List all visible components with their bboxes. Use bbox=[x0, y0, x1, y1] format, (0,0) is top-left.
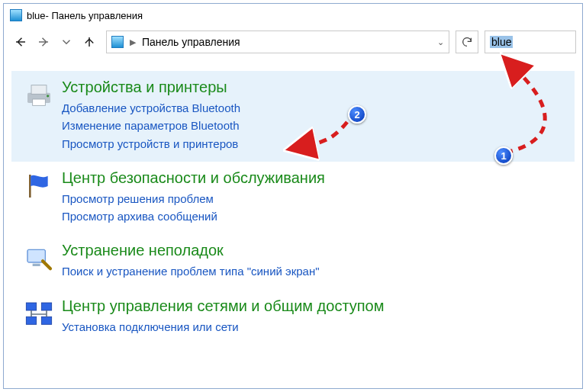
result-link[interactable]: Установка подключения или сети bbox=[62, 318, 570, 336]
chevron-right-icon: ▶ bbox=[130, 37, 136, 47]
svg-rect-7 bbox=[26, 303, 36, 310]
result-item[interactable]: Устройства и принтеры Добавление устройс… bbox=[11, 71, 575, 162]
security-flag-icon bbox=[16, 169, 62, 226]
search-input[interactable]: blue bbox=[485, 31, 576, 53]
forward-button[interactable] bbox=[33, 31, 54, 53]
recent-dropdown[interactable] bbox=[56, 31, 77, 53]
result-heading[interactable]: Центр управления сетями и общим доступом bbox=[62, 297, 570, 315]
window: blue - Панель управления ▶ Панель управл… bbox=[3, 3, 583, 389]
arrow-up-icon bbox=[82, 35, 96, 49]
result-heading[interactable]: Центр безопасности и обслуживания bbox=[62, 169, 570, 187]
result-link[interactable]: Добавление устройства Bluetooth bbox=[62, 99, 570, 117]
svg-rect-9 bbox=[26, 316, 36, 324]
titlebar: blue - Панель управления bbox=[4, 4, 582, 27]
annotation-badge-2: 2 bbox=[348, 105, 366, 124]
result-item[interactable]: Центр управления сетями и общим доступом… bbox=[11, 290, 575, 345]
up-button[interactable] bbox=[79, 31, 100, 53]
results-list: Устройства и принтеры Добавление устройс… bbox=[4, 57, 582, 352]
troubleshoot-icon bbox=[16, 242, 62, 280]
svg-point-3 bbox=[47, 95, 49, 97]
result-link[interactable]: Изменение параметров Bluetooth bbox=[62, 117, 570, 134]
refresh-icon bbox=[461, 36, 473, 48]
result-link[interactable]: Просмотр устройств и принтеров bbox=[62, 135, 570, 153]
svg-rect-10 bbox=[41, 316, 51, 324]
address-bar[interactable]: ▶ Панель управления ⌄ bbox=[106, 31, 449, 53]
back-button[interactable] bbox=[10, 31, 31, 53]
title-prefix: blue bbox=[27, 10, 46, 21]
address-dropdown-icon[interactable]: ⌄ bbox=[437, 37, 444, 47]
title-suffix: - Панель управления bbox=[46, 10, 143, 21]
svg-rect-6 bbox=[33, 264, 40, 266]
control-panel-icon bbox=[10, 9, 22, 21]
result-link[interactable]: Просмотр архива сообщений bbox=[62, 207, 570, 225]
result-heading[interactable]: Устройства и принтеры bbox=[62, 79, 570, 96]
svg-rect-8 bbox=[41, 303, 51, 310]
devices-printers-icon bbox=[16, 79, 62, 153]
svg-rect-1 bbox=[31, 85, 47, 95]
result-link[interactable]: Просмотр решения проблем bbox=[62, 190, 570, 207]
result-heading[interactable]: Устранение неполадок bbox=[62, 242, 570, 259]
result-item[interactable]: Устранение неполадок Поиск и устранение … bbox=[11, 234, 575, 289]
location-icon bbox=[111, 36, 124, 48]
refresh-button[interactable] bbox=[456, 31, 478, 53]
chevron-down-icon bbox=[60, 35, 73, 49]
result-link[interactable]: Поиск и устранение проблем типа "синий э… bbox=[62, 262, 570, 280]
nav-bar: ▶ Панель управления ⌄ blue bbox=[4, 27, 582, 57]
arrow-left-icon bbox=[14, 35, 27, 49]
breadcrumb[interactable]: Панель управления bbox=[142, 36, 240, 48]
svg-rect-2 bbox=[33, 99, 46, 105]
search-query-text: blue bbox=[490, 36, 513, 48]
result-item[interactable]: Центр безопасности и обслуживания Просмо… bbox=[11, 162, 575, 235]
annotation-badge-1: 1 bbox=[494, 146, 513, 165]
network-sharing-icon bbox=[16, 297, 62, 336]
arrow-right-icon bbox=[37, 35, 50, 49]
